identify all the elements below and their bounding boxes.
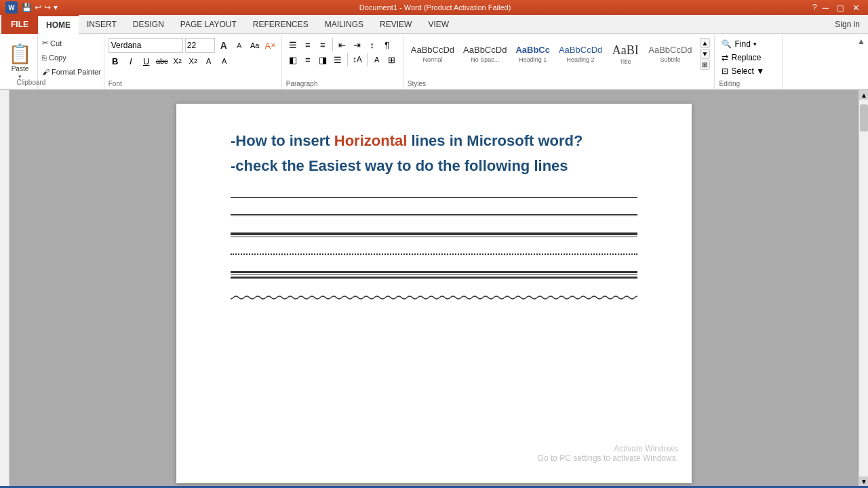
tab-insert[interactable]: INSERT xyxy=(79,15,125,34)
styles-scroll-down[interactable]: ▼ xyxy=(700,49,711,59)
font-grow-button[interactable]: A xyxy=(217,39,231,52)
show-hide-button[interactable]: ¶ xyxy=(380,38,394,52)
bullets-button[interactable]: ☰ xyxy=(286,38,300,52)
style-normal-label: Normal xyxy=(422,56,442,63)
tab-mailings[interactable]: MAILINGS xyxy=(317,15,372,34)
replace-icon: ⇄ xyxy=(722,53,728,62)
style-heading2[interactable]: AaBbCcDd Heading 2 xyxy=(555,43,606,65)
ribbon-collapse-button[interactable]: ▲ xyxy=(857,37,865,46)
styles-gallery: AaBbCcDd Normal AaBbCcDd No Spac... AaBb… xyxy=(408,38,711,70)
scroll-up-button[interactable]: ▲ xyxy=(859,90,868,100)
style-heading1-label: Heading 1 xyxy=(519,56,547,63)
subscript-button[interactable]: X2 xyxy=(171,54,184,68)
style-heading1[interactable]: AaBbCc Heading 1 xyxy=(512,43,553,65)
style-title-preview: AaBI xyxy=(612,43,639,58)
minimize-button[interactable]: ─ xyxy=(820,3,831,13)
format-painter-button[interactable]: 🖌 Format Painter xyxy=(41,67,102,77)
save-button[interactable]: 💾 xyxy=(22,3,32,12)
tab-home[interactable]: HOME xyxy=(38,15,79,34)
sort-button[interactable]: ↕ xyxy=(366,38,379,52)
horizontal-line-double xyxy=(231,214,637,216)
cut-button[interactable]: ✂ Cut xyxy=(41,38,102,48)
sign-in-link[interactable]: Sign in xyxy=(835,20,868,29)
clear-format-button[interactable]: A✕ xyxy=(264,39,277,52)
styles-scroll-up[interactable]: ▲ xyxy=(700,38,711,48)
select-button[interactable]: ⊡ Select ▼ xyxy=(719,65,767,77)
increase-indent-button[interactable]: ⇥ xyxy=(351,38,364,52)
paste-label: Paste xyxy=(12,65,29,73)
line-spacing-button[interactable]: ↕A xyxy=(351,53,364,66)
tab-bar: FILE HOME INSERT DESIGN PAGE LAYOUT REFE… xyxy=(0,15,868,34)
align-left-button[interactable]: ◧ xyxy=(286,53,300,66)
editing-label: Editing xyxy=(719,77,740,87)
scroll-thumb[interactable] xyxy=(860,104,868,131)
thin-line xyxy=(231,237,637,237)
ribbon: 📋 Paste ▾ ✂ Cut ⎘ Copy 🖌 Format Painter xyxy=(0,34,868,89)
replace-button[interactable]: ⇄ Replace xyxy=(719,52,767,64)
font-row1: A A Aa A✕ xyxy=(108,38,277,53)
italic-button[interactable]: I xyxy=(124,54,138,68)
font-size-input[interactable] xyxy=(185,38,215,53)
line-dotted-section xyxy=(231,253,637,255)
heading1-highlight: Horizontal xyxy=(334,132,408,149)
font-shrink-button[interactable]: A xyxy=(233,39,246,52)
bold-button[interactable]: B xyxy=(108,54,122,68)
style-title[interactable]: AaBI Title xyxy=(608,41,643,67)
paragraph-label: Paragraph xyxy=(286,77,318,87)
underline-button[interactable]: U xyxy=(140,54,153,68)
watermark: Activate Windows Go to PC settings to ac… xyxy=(538,444,678,463)
thick-line xyxy=(231,232,637,235)
redo-button[interactable]: ↪ xyxy=(44,3,51,12)
editing-group: 🔍 Find ▾ ⇄ Replace ⊡ Select ▼ Editing xyxy=(715,35,783,89)
align-center-button[interactable]: ≡ xyxy=(301,53,315,66)
justify-button[interactable]: ☰ xyxy=(331,53,344,66)
strikethrough-button[interactable]: abc xyxy=(155,54,169,68)
title-bar-left: W 💾 ↩ ↪ ▾ xyxy=(5,1,58,14)
horizontal-line-single xyxy=(231,197,637,198)
superscript-button[interactable]: X2 xyxy=(186,54,200,68)
restore-button[interactable]: ◻ xyxy=(834,3,847,13)
window-title: Document1 - Word (Product Activation Fai… xyxy=(58,3,812,12)
font-name-input[interactable] xyxy=(108,38,183,53)
quick-access-toolbar: 💾 ↩ ↪ ▾ xyxy=(22,3,58,12)
triple-line-2 xyxy=(231,274,637,275)
watermark-line2: Go to PC settings to activate Windows. xyxy=(538,453,678,463)
undo-button[interactable]: ↩ xyxy=(35,3,41,12)
font-row2: B I U abc X2 X2 A A xyxy=(108,54,231,68)
style-heading1-preview: AaBbCc xyxy=(515,45,550,56)
document-canvas[interactable]: -How to insert Horizontal lines in Micro… xyxy=(9,90,859,486)
select-icon: ⊡ xyxy=(722,66,728,76)
title-bar: W 💾 ↩ ↪ ▾ Document1 - Word (Product Acti… xyxy=(0,0,868,15)
font-color-button[interactable]: A xyxy=(218,54,231,68)
format-painter-icon: 🖌 xyxy=(42,68,50,76)
decrease-indent-button[interactable]: ⇤ xyxy=(336,38,349,52)
borders-button[interactable]: ⊞ xyxy=(385,53,399,66)
font-case-button[interactable]: Aa xyxy=(248,39,262,52)
multilevel-button[interactable]: ≡ xyxy=(316,38,330,52)
tab-view[interactable]: VIEW xyxy=(420,15,457,34)
tab-references[interactable]: REFERENCES xyxy=(245,15,317,34)
copy-button[interactable]: ⎘ Copy xyxy=(41,53,102,62)
document-page[interactable]: -How to insert Horizontal lines in Micro… xyxy=(176,104,692,483)
para-row2: ◧ ≡ ◨ ☰ ↕A A ⊞ xyxy=(286,53,399,66)
text-highlight-button[interactable]: A xyxy=(202,54,216,68)
close-button[interactable]: ✕ xyxy=(850,3,863,13)
tab-file[interactable]: FILE xyxy=(1,15,38,34)
help-button[interactable]: ? xyxy=(812,3,817,13)
style-nospace[interactable]: AaBbCcDd No Spac... xyxy=(460,43,510,65)
ribbon-container: FILE HOME INSERT DESIGN PAGE LAYOUT REFE… xyxy=(0,15,868,90)
numbering-button[interactable]: ≡ xyxy=(301,38,315,52)
tab-review[interactable]: REVIEW xyxy=(372,15,420,34)
find-icon: 🔍 xyxy=(722,39,732,49)
tab-design[interactable]: DESIGN xyxy=(125,15,172,34)
styles-expand[interactable]: ⊞ xyxy=(700,60,711,70)
scroll-down-button[interactable]: ▼ xyxy=(859,476,868,486)
style-subtitle[interactable]: AaBbCcDd Subtitle xyxy=(645,43,695,65)
style-normal[interactable]: AaBbCcDd Normal xyxy=(408,43,458,65)
tab-page-layout[interactable]: PAGE LAYOUT xyxy=(172,15,245,34)
align-right-button[interactable]: ◨ xyxy=(316,53,330,66)
find-button[interactable]: 🔍 Find ▾ xyxy=(719,38,767,50)
shading-button[interactable]: A xyxy=(370,53,384,66)
vertical-scrollbar[interactable]: ▲ ▼ xyxy=(859,90,868,486)
style-heading2-preview: AaBbCcDd xyxy=(559,45,602,56)
